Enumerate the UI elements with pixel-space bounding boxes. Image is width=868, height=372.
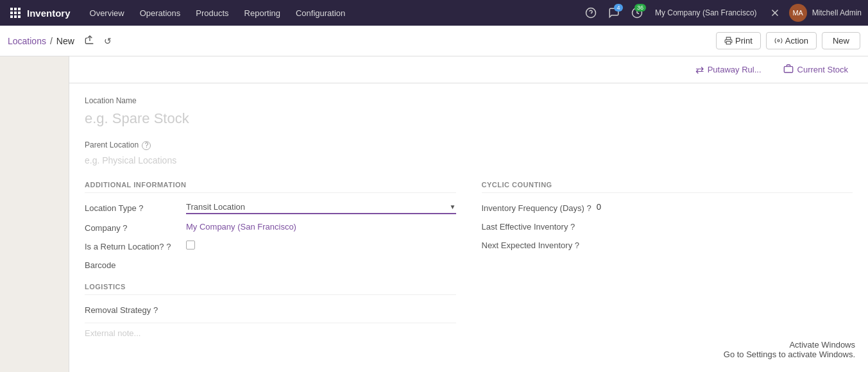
logistics-title: LOGISTICS — [85, 283, 456, 295]
nav-configuration[interactable]: Configuration — [289, 6, 352, 21]
svg-rect-15 — [726, 42, 731, 44]
svg-rect-17 — [784, 66, 792, 72]
svg-rect-3 — [10, 12, 13, 14]
breadcrumb-separator: / — [50, 36, 53, 46]
form-body: Location Name e.g. Spare Stock Parent Lo… — [69, 83, 868, 351]
next-expected-inventory-help-icon[interactable]: ? — [575, 241, 579, 250]
last-effective-inventory-label: Last Effective Inventory ? — [482, 221, 578, 232]
field-location-type: Location Type ? Transit Location ▼ — [85, 202, 456, 214]
settings-icon[interactable] — [766, 4, 784, 22]
field-company: Company ? My Company (San Francisco) — [85, 222, 456, 233]
putaway-icon: ⇄ — [695, 63, 704, 76]
field-return-location: Is a Return Location? ? — [85, 241, 456, 251]
sections-row: ADDITIONAL INFORMATION Location Type ? T… — [85, 181, 853, 338]
section-additional-info: ADDITIONAL INFORMATION Location Type ? T… — [85, 181, 456, 338]
location-type-select[interactable]: Transit Location ▼ — [186, 202, 456, 214]
section-cyclic-counting: CYCLIC COUNTING Inventory Frequency (Day… — [482, 181, 853, 338]
sub-tabs-bar: ⇄ Putaway Rul... Current Stock — [69, 56, 868, 83]
last-effective-inventory-help-icon[interactable]: ? — [570, 222, 575, 232]
main-content: ⇄ Putaway Rul... Current Stock Location … — [69, 56, 868, 372]
location-type-value: Transit Location — [186, 202, 447, 212]
putaway-tab-label: Putaway Rul... — [708, 65, 762, 74]
svg-rect-1 — [14, 8, 17, 10]
breadcrumb: Locations / New ↺ — [8, 33, 716, 48]
activity-icon[interactable]: 36 — [628, 4, 646, 22]
chat-badge: 4 — [614, 4, 623, 12]
return-location-help-icon[interactable]: ? — [166, 242, 171, 251]
sidebar — [0, 56, 69, 372]
inventory-frequency-help-icon[interactable]: ? — [587, 203, 591, 213]
print-label: Print — [735, 36, 753, 46]
location-type-arrow-icon: ▼ — [450, 203, 456, 210]
svg-rect-2 — [18, 8, 21, 10]
current-stock-tab-label: Current Stock — [797, 65, 848, 74]
parent-location-label: Parent Location ? — [85, 140, 853, 150]
print-button[interactable]: Print — [716, 32, 761, 49]
field-removal-strategy: Removal Strategy ? — [85, 304, 456, 315]
svg-rect-6 — [10, 15, 13, 18]
breadcrumb-parent[interactable]: Locations — [8, 36, 46, 46]
svg-rect-7 — [14, 15, 17, 18]
svg-rect-8 — [18, 15, 21, 18]
breadcrumb-bar: Locations / New ↺ Print Action — [0, 26, 868, 56]
nav-overview[interactable]: Overview — [83, 6, 131, 21]
tab-current-stock[interactable]: Current Stock — [774, 59, 858, 81]
breadcrumb-current: New — [56, 36, 74, 46]
inventory-frequency-value[interactable]: 0 — [597, 202, 853, 212]
nav-reporting[interactable]: Reporting — [238, 6, 287, 21]
section-logistics: LOGISTICS Removal Strategy ? — [85, 283, 456, 315]
return-location-checkbox-wrapper — [186, 241, 456, 251]
return-location-label: Is a Return Location? ? — [85, 241, 181, 251]
company-help-icon[interactable]: ? — [123, 223, 127, 233]
field-next-expected-inventory: Next Expected Inventory ? — [482, 239, 853, 250]
svg-rect-0 — [10, 8, 13, 10]
field-last-effective-inventory: Last Effective Inventory ? — [482, 221, 853, 232]
parent-location-help-icon[interactable]: ? — [142, 141, 151, 150]
action-label: Action — [785, 36, 808, 46]
company-value[interactable]: My Company (San Francisco) — [186, 222, 456, 232]
activate-windows-line1: Activate Windows — [724, 340, 855, 350]
activate-windows-notice: Activate Windows Go to Settings to activ… — [724, 340, 855, 359]
location-type-help-icon[interactable]: ? — [139, 203, 143, 213]
return-location-checkbox[interactable] — [186, 241, 195, 249]
save-cloud-button[interactable] — [82, 33, 98, 48]
external-note-placeholder: External note... — [85, 328, 140, 338]
location-type-label: Location Type ? — [85, 202, 181, 213]
support-icon[interactable] — [582, 4, 600, 22]
location-name-label: Location Name — [85, 96, 853, 105]
field-barcode: Barcode — [85, 259, 456, 270]
location-name-placeholder: e.g. Spare Stock — [85, 110, 189, 126]
chat-icon[interactable]: 4 — [605, 4, 623, 22]
nav-products[interactable]: Products — [189, 6, 235, 21]
nav-operations[interactable]: Operations — [133, 6, 187, 21]
activity-badge: 36 — [634, 4, 646, 12]
new-button[interactable]: New — [822, 32, 860, 49]
action-button[interactable]: Action — [766, 32, 817, 49]
additional-info-title: ADDITIONAL INFORMATION — [85, 181, 456, 193]
inventory-frequency-label: Inventory Frequency (Days) ? — [482, 202, 591, 213]
parent-location-input[interactable]: e.g. Physical Locations — [85, 153, 853, 168]
content-wrapper: ⇄ Putaway Rul... Current Stock Location … — [0, 56, 868, 372]
activate-windows-line2: Go to Settings to activate Windows. — [724, 350, 855, 359]
user-avatar[interactable]: MA — [789, 4, 807, 22]
location-name-input[interactable]: e.g. Spare Stock — [85, 108, 853, 130]
svg-point-16 — [778, 40, 779, 42]
barcode-label: Barcode — [85, 259, 181, 270]
svg-rect-5 — [18, 12, 21, 14]
breadcrumb-actions: ↺ — [82, 33, 114, 48]
field-inventory-frequency: Inventory Frequency (Days) ? 0 — [482, 202, 853, 213]
stock-icon — [783, 63, 794, 76]
apps-grid-icon[interactable] — [6, 4, 24, 22]
discard-button[interactable]: ↺ — [101, 35, 114, 47]
tab-putaway-rules[interactable]: ⇄ Putaway Rul... — [686, 59, 771, 80]
cyclic-counting-title: CYCLIC COUNTING — [482, 181, 853, 193]
breadcrumb-right: Print Action New — [716, 32, 860, 49]
user-name: Mitchell Admin — [812, 8, 862, 17]
next-expected-inventory-label: Next Expected Inventory ? — [482, 239, 579, 250]
external-note-input[interactable]: External note... — [85, 323, 456, 338]
svg-rect-4 — [14, 12, 17, 14]
new-label: New — [833, 36, 849, 46]
removal-strategy-help-icon[interactable]: ? — [153, 305, 158, 315]
removal-strategy-label: Removal Strategy ? — [85, 304, 181, 315]
app-name: Inventory — [27, 8, 71, 19]
